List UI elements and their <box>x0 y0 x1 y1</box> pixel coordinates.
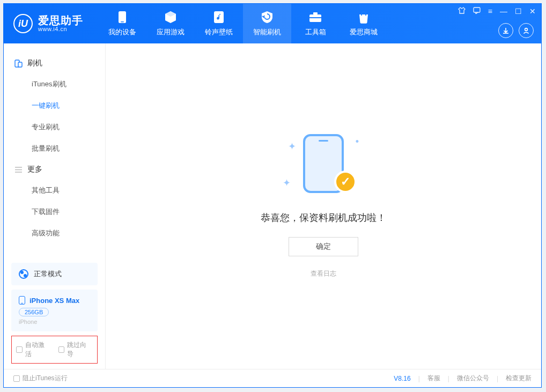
device-icon <box>115 10 129 24</box>
sidebar-item-pro-flash[interactable]: 专业刷机 <box>4 116 105 138</box>
sidebar-item-other-tools[interactable]: 其他工具 <box>4 180 105 201</box>
close-button[interactable]: ✕ <box>529 7 536 16</box>
checkbox-highlight-row: 自动激活 跳过向导 <box>11 336 98 364</box>
svg-rect-1 <box>121 21 124 23</box>
mode-label: 正常模式 <box>34 269 62 279</box>
success-illustration: ✦ • ✦ ✓ <box>286 134 361 198</box>
shield-refresh-icon <box>260 10 274 24</box>
nav-label: 铃声壁纸 <box>205 27 233 37</box>
phone-tablet-icon <box>14 60 23 68</box>
minimize-button[interactable]: — <box>500 7 507 16</box>
checkbox-icon <box>13 375 20 382</box>
sidebar: 刷机 iTunes刷机 一键刷机 专业刷机 批量刷机 更多 其他工具 下载固件 … <box>4 43 106 369</box>
sparkle-icon: ✦ <box>283 177 291 189</box>
device-name-row: iPhone XS Max <box>19 296 90 305</box>
footer-link-update[interactable]: 检查更新 <box>506 374 532 383</box>
nav-label: 智能刷机 <box>253 27 281 37</box>
checkbox-icon <box>58 346 65 353</box>
app-header: iU 爱思助手 www.i4.cn 我的设备 应用游戏 <box>4 4 541 43</box>
svg-rect-6 <box>474 8 480 12</box>
checkbox-skip-guide[interactable]: 跳过向导 <box>58 341 93 359</box>
checkbox-label: 阻止iTunes运行 <box>23 374 68 383</box>
toolbox-icon <box>308 10 322 24</box>
sidebar-item-download-firmware[interactable]: 下载固件 <box>4 201 105 223</box>
nav-label: 工具箱 <box>305 27 326 37</box>
logo-text: 爱思助手 www.i4.cn <box>38 15 83 33</box>
nav-store[interactable]: 爱思商城 <box>340 4 388 43</box>
check-badge-icon: ✓ <box>334 171 357 193</box>
checkbox-auto-activate[interactable]: 自动激活 <box>16 341 51 359</box>
footer-link-support[interactable]: 客服 <box>427 374 440 383</box>
logo-icon: iU <box>13 14 33 33</box>
ok-button[interactable]: 确定 <box>289 237 358 256</box>
svg-rect-4 <box>313 12 318 14</box>
app-body: 刷机 iTunes刷机 一键刷机 专业刷机 批量刷机 更多 其他工具 下载固件 … <box>4 43 541 369</box>
sidebar-section-more: 更多 <box>4 159 105 180</box>
svg-point-7 <box>525 28 528 31</box>
nav-my-device[interactable]: 我的设备 <box>98 4 146 43</box>
success-message: 恭喜您，保资料刷机成功啦！ <box>261 211 386 224</box>
nav-ringtone-wallpaper[interactable]: 铃声壁纸 <box>195 4 243 43</box>
bag-icon <box>357 10 371 24</box>
device-card[interactable]: iPhone XS Max 256GB iPhone <box>11 290 98 331</box>
nav-label: 应用游戏 <box>157 27 185 37</box>
logo-url: www.i4.cn <box>38 26 83 33</box>
mode-card[interactable]: 正常模式 <box>11 263 98 285</box>
view-log-link[interactable]: 查看日志 <box>311 269 336 278</box>
device-name: iPhone XS Max <box>29 297 79 305</box>
phone-icon <box>19 296 25 305</box>
device-subtitle: iPhone <box>19 319 90 325</box>
sidebar-item-batch-flash[interactable]: 批量刷机 <box>4 138 105 159</box>
sidebar-section-title: 更多 <box>27 165 42 174</box>
download-button[interactable] <box>498 23 513 38</box>
version-label: V8.16 <box>394 375 410 382</box>
mode-icon <box>19 269 28 279</box>
user-button[interactable] <box>519 23 534 38</box>
checkbox-stop-itunes[interactable]: 阻止iTunes运行 <box>13 374 68 383</box>
header-circle-buttons <box>498 23 534 38</box>
checkbox-icon <box>16 346 23 353</box>
svg-rect-0 <box>119 11 126 23</box>
nav-label: 我的设备 <box>108 27 136 37</box>
checkbox-label: 自动激活 <box>25 341 51 359</box>
menu-icon[interactable]: ≡ <box>488 7 492 16</box>
sparkle-icon: ✦ <box>288 140 296 152</box>
shirt-icon[interactable] <box>458 7 466 16</box>
app-window: iU 爱思助手 www.i4.cn 我的设备 应用游戏 <box>3 3 542 388</box>
logo-title: 爱思助手 <box>38 15 83 26</box>
top-nav: 我的设备 应用游戏 铃声壁纸 智能刷机 <box>98 4 388 43</box>
checkbox-label: 跳过向导 <box>67 341 93 359</box>
nav-apps-games[interactable]: 应用游戏 <box>146 4 195 43</box>
sidebar-section-title: 刷机 <box>27 58 42 68</box>
nav-smart-flash[interactable]: 智能刷机 <box>243 4 291 43</box>
sidebar-bottom: 正常模式 iPhone XS Max 256GB iPhone 自动激活 <box>4 258 105 369</box>
music-sheet-icon <box>212 10 226 24</box>
svg-rect-5 <box>309 17 321 18</box>
hamburger-icon <box>14 166 23 174</box>
sidebar-item-advanced[interactable]: 高级功能 <box>4 223 105 244</box>
device-capacity: 256GB <box>19 308 49 316</box>
cube-icon <box>164 10 178 24</box>
nav-toolbox[interactable]: 工具箱 <box>291 4 340 43</box>
feedback-icon[interactable] <box>473 7 481 16</box>
status-bar: 阻止iTunes运行 V8.16 | 客服 | 微信公众号 | 检查更新 <box>4 369 541 387</box>
sidebar-item-oneclick-flash[interactable]: 一键刷机 <box>4 95 105 116</box>
maximize-button[interactable]: ☐ <box>515 7 522 16</box>
svg-rect-9 <box>18 62 22 67</box>
footer-right: V8.16 | 客服 | 微信公众号 | 检查更新 <box>394 374 532 383</box>
sidebar-item-itunes-flash[interactable]: iTunes刷机 <box>4 73 105 95</box>
window-controls: ≡ — ☐ ✕ <box>458 7 536 16</box>
nav-label: 爱思商城 <box>350 27 378 37</box>
footer-link-wechat[interactable]: 微信公众号 <box>457 374 489 383</box>
logo[interactable]: iU 爱思助手 www.i4.cn <box>4 14 93 33</box>
sidebar-section-flash: 刷机 <box>4 53 105 73</box>
main-content: ✦ • ✦ ✓ 恭喜您，保资料刷机成功啦！ 确定 查看日志 <box>106 43 541 369</box>
sparkle-icon: • <box>356 136 359 147</box>
